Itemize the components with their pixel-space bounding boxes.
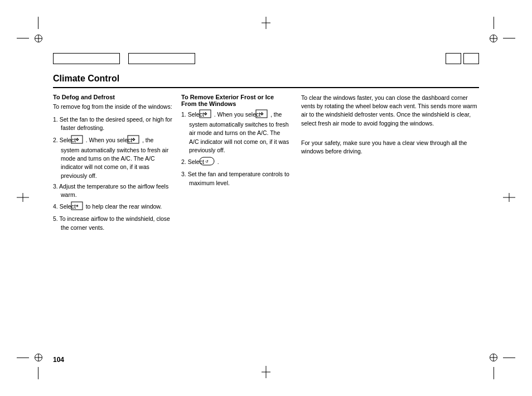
page-number: 104: [53, 356, 64, 364]
front-defrost-icon-inline: ❖: [79, 135, 83, 146]
defog-step-4: 4. Select ✶ to help clear the rear windo…: [53, 201, 173, 213]
frost-step-2: 2. Select ↺ .: [181, 157, 290, 168]
header-box-1: [53, 53, 120, 64]
defog-step-3: 3. Adjust the temperature so the airflow…: [53, 182, 173, 199]
header-box-2: [128, 53, 195, 64]
svg-text:❖: ❖: [203, 112, 207, 117]
svg-text:❖: ❖: [132, 137, 136, 142]
front-defrost-icon-frost-2: ❖: [263, 109, 268, 120]
reg-mark-bl: [35, 354, 42, 361]
exterior-frost-heading: To Remove Exterior Frost or Ice From the…: [181, 94, 290, 107]
svg-text:❖: ❖: [75, 137, 79, 142]
crop-mark-br-v: [494, 367, 494, 379]
col-exterior-frost: To Remove Exterior Frost or Ice From the…: [181, 94, 298, 346]
page-title: Climate Control: [53, 74, 479, 84]
header-area: [53, 53, 479, 64]
rear-defrost-icon-frost: ↺: [207, 157, 215, 168]
title-section: Climate Control: [53, 74, 479, 88]
front-defrost-icon-frost-1: ❖: [207, 109, 211, 120]
defog-step-1: 1. Set the fan to the desired speed, or …: [53, 115, 173, 132]
frost-step-1: 1. Select ❖ . When you select ❖ , the sy…: [181, 109, 290, 154]
reg-mark-center-bottom: [262, 366, 270, 379]
rear-defrost-icon-inline: ✶: [79, 201, 83, 213]
svg-text:✶: ✶: [75, 204, 79, 209]
crop-mark-bl-v: [38, 367, 38, 379]
crop-mark-tl-v: [38, 17, 38, 29]
reg-mark-tr: [490, 35, 497, 42]
reg-mark-center-right: [503, 193, 515, 203]
tips-paragraph-1: To clear the windows faster, you can clo…: [301, 94, 479, 128]
reg-mark-br: [490, 354, 497, 361]
crop-mark-bl-h: [17, 358, 29, 358]
frost-step-3: 3. Set the fan and temperature controls …: [181, 170, 290, 187]
crop-mark-tl-h: [17, 38, 29, 38]
defog-defrost-list: 1. Set the fan to the desired speed, or …: [53, 115, 173, 232]
svg-text:❖: ❖: [260, 112, 264, 117]
defog-defrost-heading: To Defog and Defrost: [53, 94, 173, 100]
reg-mark-center-top: [262, 17, 270, 30]
reg-mark-center-left: [17, 193, 29, 203]
col-tips: To clear the windows faster, you can clo…: [298, 94, 479, 346]
exterior-frost-list: 1. Select ❖ . When you select ❖ , the sy…: [181, 109, 290, 187]
header-small-box-1: [446, 53, 461, 64]
defog-step-5: 5. To increase airflow to the windshield…: [53, 215, 173, 231]
defog-defrost-intro: To remove fog from the inside of the win…: [53, 103, 173, 111]
front-defrost-icon-inline-2: ❖: [135, 135, 139, 146]
crop-mark-tr-v: [494, 17, 494, 29]
header-small-box-2: [463, 53, 479, 64]
tips-paragraph-2: For your safety, make sure you have a cl…: [301, 139, 479, 156]
defog-step-2: 2. Select ❖ . When you select ❖ , the sy…: [53, 135, 173, 180]
col-defog-defrost: To Defog and Defrost To remove fog from …: [53, 94, 181, 346]
crop-mark-br-h: [503, 358, 515, 358]
crop-mark-tr-h: [503, 38, 515, 38]
reg-mark-tl: [35, 35, 42, 42]
svg-text:↺: ↺: [205, 160, 209, 163]
content-area: To Defog and Defrost To remove fog from …: [53, 94, 479, 346]
header-right-boxes: [446, 53, 479, 64]
